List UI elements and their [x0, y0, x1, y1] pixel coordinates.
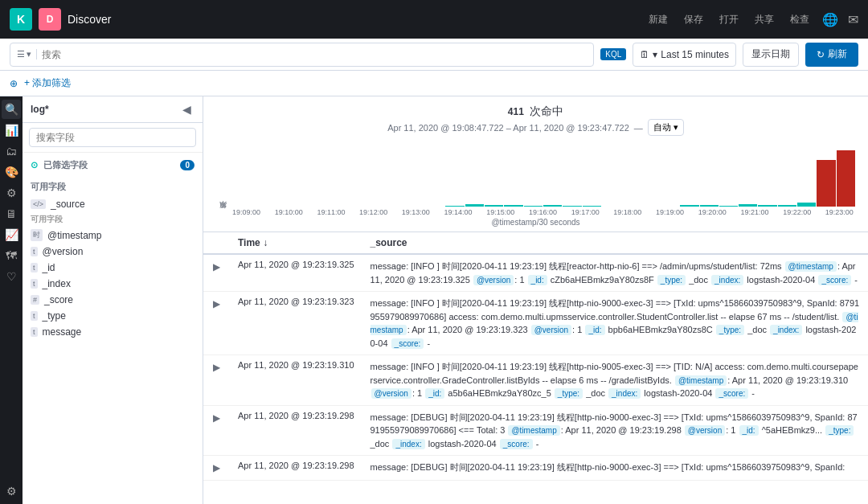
nav-discover[interactable]: 🔍 — [2, 100, 21, 119]
table-row: ▶Apr 11, 2020 @ 19:23:19.310message: [IN… — [203, 355, 868, 406]
expand-row-button[interactable]: ▶ — [211, 461, 222, 475]
field-type-icon: t — [31, 247, 38, 256]
field-tag: _type: — [825, 425, 854, 436]
field-item-type[interactable]: t _type — [23, 308, 203, 324]
chart-inner: 19:09:0019:10:0019:11:0019:12:0019:13:00… — [231, 136, 855, 216]
field-tag: _id: — [528, 275, 547, 285]
bar — [778, 205, 796, 207]
index-dropdown[interactable]: ☰ ▾ — [17, 49, 37, 59]
kql-badge[interactable]: KQL — [600, 48, 626, 60]
nav-visualize[interactable]: 📊 — [2, 121, 21, 140]
expand-row-button[interactable]: ▶ — [211, 411, 222, 425]
selected-fields-section: ⊙ 已筛选字段 0 — [23, 153, 203, 178]
field-type-icon: t — [31, 263, 38, 272]
selected-label: ⊙ 已筛选字段 — [31, 159, 88, 171]
new-button[interactable]: 新建 — [642, 10, 674, 30]
nav-dashboard[interactable]: 🗂 — [2, 141, 21, 161]
expand-icon[interactable]: ⊕ — [10, 78, 18, 89]
field-tag: @timestamp — [675, 375, 727, 386]
expand-row-button[interactable]: ▶ — [211, 360, 222, 375]
kibana-logo[interactable]: K — [10, 8, 32, 31]
col-source[interactable]: _source — [362, 232, 869, 254]
nav-canvas[interactable]: 🎨 — [2, 162, 21, 182]
field-item-source[interactable]: </> _source — [23, 196, 203, 212]
time-cell: Apr 11, 2020 @ 19:23:19.298 — [230, 405, 362, 456]
bar — [837, 150, 855, 207]
bar — [817, 160, 835, 207]
filter-bar: ⊕ + 添加筛选 — [0, 71, 868, 96]
nav-apm[interactable]: 📈 — [2, 225, 21, 244]
field-name: _score — [44, 294, 194, 305]
field-item-id[interactable]: t _id — [23, 260, 203, 276]
field-tag: _score: — [818, 275, 851, 285]
bar — [680, 205, 698, 207]
top-actions: 新建 保存 打开 共享 检查 — [642, 10, 816, 30]
col-time[interactable]: Time ↓ — [230, 232, 362, 254]
show-date-button[interactable]: 显示日期 — [743, 43, 799, 67]
field-name: @timestamp — [47, 230, 194, 241]
index-pattern-label: log* — [31, 104, 49, 115]
expand-row-button[interactable]: ▶ — [211, 297, 222, 311]
field-type-icon: t — [31, 327, 38, 337]
field-tag: @timestamp — [508, 425, 559, 436]
refresh-label: 刷新 — [828, 47, 847, 61]
field-tag: _id: — [425, 388, 444, 399]
search-input[interactable] — [42, 49, 587, 60]
field-name: _type — [43, 310, 194, 322]
bar — [524, 206, 542, 207]
inspect-button[interactable]: 检查 — [784, 10, 816, 30]
selected-fields-header[interactable]: ⊙ 已筛选字段 0 — [29, 156, 196, 174]
hit-count: 411 次命中 — [508, 106, 563, 117]
field-type-icon: # — [31, 295, 39, 305]
field-name: _index — [43, 278, 194, 289]
bar — [719, 206, 738, 207]
refresh-button[interactable]: ↻ 刷新 — [805, 43, 858, 67]
nav-ml[interactable]: ⚙ — [2, 183, 21, 203]
search-bar: ☰ ▾ — [10, 43, 594, 67]
count-label: 次命中 — [530, 104, 563, 117]
col-expand — [203, 232, 230, 254]
x-axis-label: 19:17:00 — [571, 208, 600, 216]
x-axis-label: 19:12:00 — [359, 208, 387, 216]
field-tag: _index: — [392, 439, 424, 449]
globe-icon[interactable]: 🌐 — [822, 12, 838, 27]
field-item-index[interactable]: t _index — [23, 276, 203, 292]
field-item-score[interactable]: # _score — [23, 292, 203, 308]
nav-maps[interactable]: 🗺 — [2, 246, 21, 265]
available-fields-label2: 可用字段 — [23, 212, 203, 227]
nav-management[interactable]: ⚙ — [2, 481, 21, 501]
field-tag: _type: — [657, 275, 686, 285]
add-filter-button[interactable]: + 添加筛选 — [24, 76, 71, 90]
field-name: _id — [43, 262, 194, 273]
sidebar: log* ◀ ⊙ 已筛选字段 0 可用字段 </> _source 可用字段 时 — [23, 96, 203, 504]
field-item-version[interactable]: t @version — [23, 244, 203, 260]
sidebar-header: log* ◀ — [23, 96, 203, 123]
field-tag: @version — [685, 425, 725, 436]
time-filter[interactable]: 🗓 ▾ Last 15 minutes — [633, 43, 736, 67]
top-bar-icons: 🌐 ✉ — [822, 12, 858, 27]
time-cell: Apr 11, 2020 @ 19:23:19.323 — [230, 292, 362, 355]
nav-uptime[interactable]: ♡ — [2, 267, 21, 286]
bar — [485, 205, 503, 207]
share-button[interactable]: 共享 — [748, 10, 780, 30]
sidebar-collapse-button[interactable]: ◀ — [179, 103, 194, 116]
save-button[interactable]: 保存 — [678, 10, 710, 30]
field-tag: _index: — [608, 388, 641, 399]
field-item-timestamp[interactable]: 时 @timestamp — [23, 227, 203, 244]
field-search-input[interactable] — [29, 128, 196, 147]
open-button[interactable]: 打开 — [713, 10, 745, 30]
toolbar: ☰ ▾ KQL 🗓 ▾ Last 15 minutes 显示日期 ↻ 刷新 — [0, 39, 868, 71]
field-item-message[interactable]: t message — [23, 324, 203, 340]
expand-row-button[interactable]: ▶ — [211, 260, 222, 274]
mail-icon[interactable]: ✉ — [848, 12, 858, 27]
bar — [543, 205, 562, 207]
bar — [758, 205, 776, 207]
nav-infra[interactable]: 🖥 — [2, 204, 21, 223]
field-tag: @version — [531, 325, 571, 335]
x-axis: 19:09:0019:10:0019:11:0019:12:0019:13:00… — [231, 208, 855, 216]
x-axis-label: 19:19:00 — [656, 208, 684, 216]
x-axis-label: 19:22:00 — [783, 208, 811, 216]
field-type-icon: 时 — [31, 229, 43, 241]
auto-select-button[interactable]: 自动 ▾ — [648, 119, 684, 136]
content-area: 411 次命中 Apr 11, 2020 @ 19:08:47.722 – Ap… — [203, 96, 868, 504]
